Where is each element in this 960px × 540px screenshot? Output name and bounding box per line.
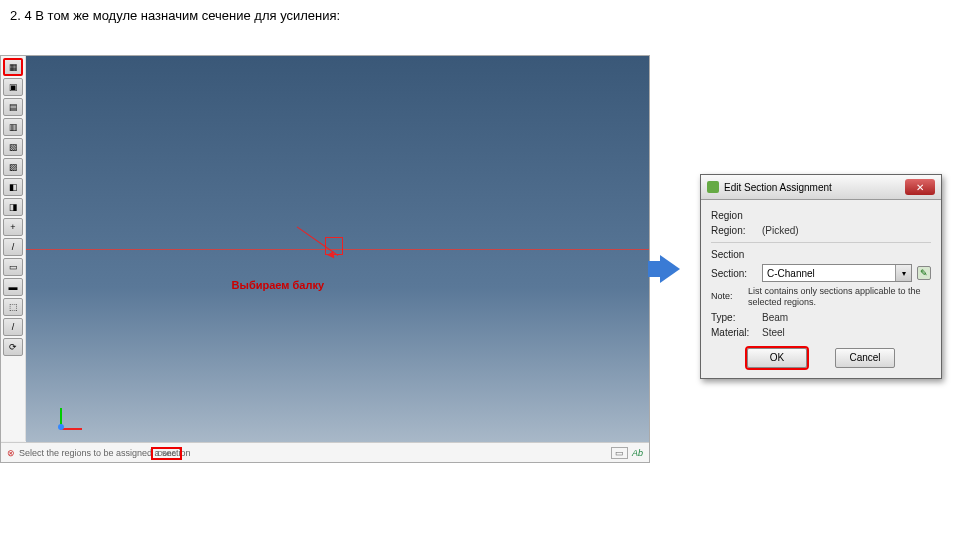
tool-icon[interactable]: ▬ <box>3 278 23 296</box>
section-value: C-Channel <box>767 268 815 279</box>
status-bar: ⊗ Select the regions to be assigned a se… <box>1 442 649 462</box>
note-text: List contains only sections applicable t… <box>748 286 931 308</box>
dialog-title-text: Edit Section Assignment <box>724 182 832 193</box>
tool-icon[interactable]: ⬚ <box>3 298 23 316</box>
separator <box>711 242 931 243</box>
tool-icon[interactable]: ▭ <box>3 258 23 276</box>
status-tool-icon[interactable]: ▭ <box>611 447 628 459</box>
ok-button[interactable]: OK <box>747 348 807 368</box>
abaqus-window: ▦ ▣ ▤ ▥ ▧ ▨ ◧ ◨ + / ▭ ▬ ⬚ / ⟳ Выбираем б… <box>0 55 650 463</box>
z-axis-icon <box>58 424 64 430</box>
close-button[interactable]: ✕ <box>905 179 935 195</box>
cancel-button[interactable]: Cancel <box>835 348 895 368</box>
type-value: Beam <box>762 312 788 323</box>
create-section-icon[interactable]: ✎ <box>917 266 931 280</box>
type-label: Type: <box>711 312 757 323</box>
close-icon: ✕ <box>916 182 924 193</box>
section-dropdown[interactable]: C-Channel ▾ <box>762 264 912 282</box>
orientation-triad <box>56 400 86 430</box>
tool-icon[interactable]: ◧ <box>3 178 23 196</box>
region-value: (Picked) <box>762 225 799 236</box>
tool-icon[interactable]: ▣ <box>3 78 23 96</box>
dialog-titlebar[interactable]: Edit Section Assignment ✕ <box>701 175 941 200</box>
tool-icon[interactable]: / <box>3 318 23 336</box>
viewport[interactable]: Выбираем балку <box>26 56 649 442</box>
tool-icon[interactable]: ▨ <box>3 158 23 176</box>
material-label: Material: <box>711 327 757 338</box>
note-label: Note: <box>711 291 743 302</box>
left-toolbar: ▦ ▣ ▤ ▥ ▧ ▨ ◧ ◨ + / ▭ ▬ ⬚ / ⟳ <box>1 56 26 441</box>
chevron-down-icon[interactable]: ▾ <box>895 265 911 281</box>
tool-icon[interactable]: ⟳ <box>3 338 23 356</box>
section-label: Section: <box>711 268 757 279</box>
tool-icon[interactable]: ▥ <box>3 118 23 136</box>
tool-icon[interactable]: / <box>3 238 23 256</box>
dialog-body: Region Region: (Picked) Section Section:… <box>701 200 941 378</box>
section-group-label: Section <box>711 249 931 260</box>
brand-label: Ab <box>632 448 643 458</box>
status-close-icon[interactable]: ⊗ <box>7 448 15 458</box>
tool-icon[interactable]: + <box>3 218 23 236</box>
page-caption: 2. 4 В том же модуле назначим сечение дл… <box>10 8 340 23</box>
edit-section-dialog: Edit Section Assignment ✕ Region Region:… <box>700 174 942 379</box>
tool-icon[interactable]: ▧ <box>3 138 23 156</box>
material-value: Steel <box>762 327 785 338</box>
flow-arrow-head-icon <box>660 255 680 283</box>
region-label: Region: <box>711 225 757 236</box>
assign-section-icon[interactable]: ▦ <box>3 58 23 76</box>
annotation-text: Выбираем балку <box>232 279 324 291</box>
done-button[interactable]: Done <box>151 447 182 460</box>
tool-icon[interactable]: ▤ <box>3 98 23 116</box>
tool-icon[interactable]: ◨ <box>3 198 23 216</box>
dialog-title-icon <box>707 181 719 193</box>
region-group-label: Region <box>711 210 931 221</box>
